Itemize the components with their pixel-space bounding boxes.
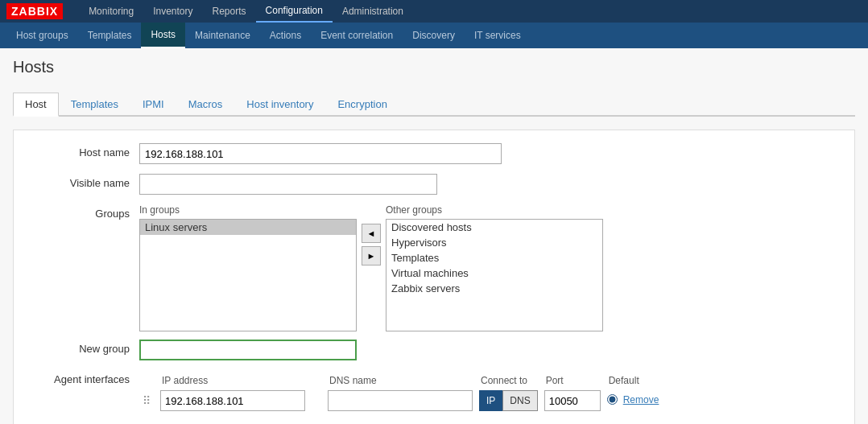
ip-address-input[interactable] (160, 390, 305, 411)
connect-ip-button[interactable]: IP (479, 390, 502, 411)
other-groups-label: Other groups (386, 204, 603, 216)
transfer-left-button[interactable]: ◄ (362, 224, 381, 243)
agent-interfaces-label: Agent interfaces (27, 370, 139, 385)
list-item[interactable]: Discovered hosts (386, 220, 602, 235)
top-navigation: ZABBIX Monitoring Inventory Reports Conf… (0, 0, 868, 23)
agent-interfaces-table-wrapper: IP address DNS name Connect to Port Defa… (139, 370, 662, 414)
other-groups-listbox[interactable]: Discovered hosts Hypervisors Templates V… (386, 219, 603, 331)
table-row: ⠿ IPDNS (139, 388, 662, 414)
new-group-row: New group (27, 340, 841, 362)
host-name-input[interactable] (139, 143, 502, 164)
subnav-it-services[interactable]: IT services (465, 23, 531, 48)
transfer-right-button[interactable]: ► (362, 246, 381, 266)
host-name-label: Host name (27, 143, 139, 158)
nav-configuration[interactable]: Configuration (256, 0, 333, 23)
default-radio[interactable] (607, 394, 618, 405)
tab-ipmi[interactable]: IPMI (130, 93, 176, 117)
subnav-discovery[interactable]: Discovery (403, 23, 465, 48)
subnav-hosts[interactable]: Hosts (141, 23, 185, 48)
list-item[interactable]: Hypervisors (386, 235, 602, 250)
nav-monitoring[interactable]: Monitoring (79, 0, 143, 23)
visible-name-label: Visible name (27, 174, 139, 189)
tab-encryption[interactable]: Encryption (325, 93, 399, 117)
new-group-label: New group (27, 340, 139, 355)
page-title: Hosts (13, 58, 855, 83)
remove-link[interactable]: Remove (623, 394, 659, 405)
sub-navigation: Host groups Templates Hosts Maintenance … (0, 23, 868, 48)
in-groups-listbox[interactable]: Linux servers (139, 219, 357, 331)
host-name-row: Host name (27, 143, 841, 166)
list-item[interactable]: Zabbix servers (386, 281, 602, 296)
col-dns-name: DNS name (324, 373, 476, 388)
other-groups-section: Other groups Discovered hosts Hypervisor… (386, 204, 603, 331)
list-item[interactable]: Templates (386, 250, 602, 266)
tab-host[interactable]: Host (13, 93, 59, 117)
default-radio-wrapper: Remove (607, 394, 659, 405)
tab-bar: Host Templates IPMI Macros Host inventor… (13, 93, 855, 117)
col-connect-to: Connect to (476, 373, 541, 388)
col-ip-address: IP address (157, 373, 308, 388)
tab-templates[interactable]: Templates (59, 93, 130, 117)
in-groups-section: In groups Linux servers (139, 204, 357, 331)
subnav-maintenance[interactable]: Maintenance (185, 23, 260, 48)
nav-inventory[interactable]: Inventory (143, 0, 202, 23)
agent-interfaces-table: IP address DNS name Connect to Port Defa… (139, 373, 662, 414)
in-groups-label: In groups (139, 204, 357, 216)
col-port: Port (541, 373, 604, 388)
subnav-templates[interactable]: Templates (78, 23, 142, 48)
visible-name-input[interactable] (139, 174, 437, 195)
new-group-input[interactable] (139, 340, 357, 360)
agent-interfaces-row: Agent interfaces IP address DNS name Con… (27, 370, 841, 414)
list-item[interactable]: Linux servers (140, 220, 356, 235)
groups-wrapper: In groups Linux servers ◄ ► Other groups (139, 204, 603, 331)
dns-name-input[interactable] (328, 390, 473, 411)
col-default: Default (604, 373, 663, 388)
subnav-actions[interactable]: Actions (260, 23, 311, 48)
drag-handle-icon[interactable]: ⠿ (143, 394, 151, 407)
zabbix-logo: ZABBIX (6, 3, 63, 19)
list-item[interactable]: Virtual machines (386, 266, 602, 281)
subnav-event-correlation[interactable]: Event correlation (311, 23, 403, 48)
nav-administration[interactable]: Administration (333, 0, 413, 23)
tab-host-inventory[interactable]: Host inventory (234, 93, 325, 117)
port-input[interactable] (544, 390, 601, 411)
tab-macros[interactable]: Macros (176, 93, 235, 117)
content-area: Hosts Host Templates IPMI Macros Host in… (0, 48, 868, 424)
connect-dns-button[interactable]: DNS (502, 390, 537, 411)
nav-reports[interactable]: Reports (203, 0, 256, 23)
groups-row: Groups In groups Linux servers ◄ ► (27, 204, 841, 331)
transfer-buttons: ◄ ► (357, 224, 386, 266)
subnav-host-groups[interactable]: Host groups (6, 23, 78, 48)
host-form: Host name Visible name Groups In groups … (13, 130, 855, 424)
visible-name-row: Visible name (27, 174, 841, 196)
groups-label: Groups (27, 204, 139, 220)
